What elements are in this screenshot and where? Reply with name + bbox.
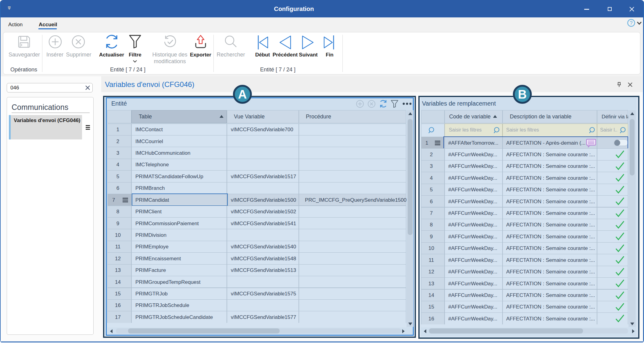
svg-text:?: ? xyxy=(630,20,632,26)
